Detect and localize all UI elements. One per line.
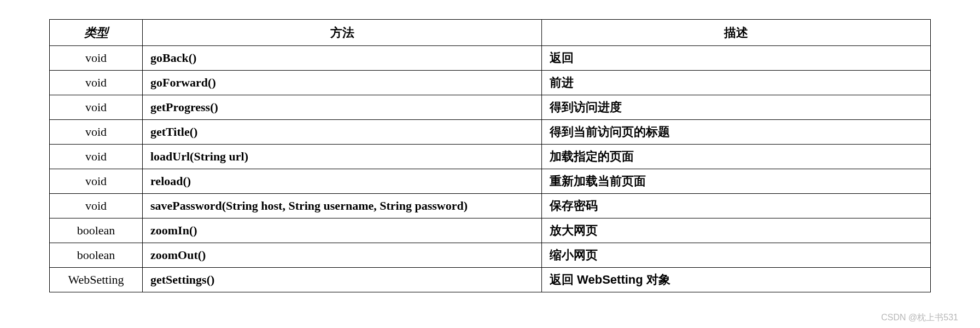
description-cell: 返回 WebSetting 对象 <box>542 268 931 292</box>
header-description: 描述 <box>542 20 931 46</box>
description-cell: 放大网页 <box>542 218 931 243</box>
method-cell: savePassword(String host, String usernam… <box>143 194 542 218</box>
type-cell: void <box>50 194 143 218</box>
table-row: WebSetting getSettings() 返回 WebSetting 对… <box>50 268 931 292</box>
method-cell: getTitle() <box>143 120 542 145</box>
type-cell: void <box>50 46 143 71</box>
description-cell: 返回 <box>542 46 931 71</box>
type-cell: void <box>50 95 143 120</box>
method-reference-table: 类型 方法 描述 void goBack() 返回 void goForward… <box>49 19 931 292</box>
table-row: void goForward() 前进 <box>50 71 931 95</box>
header-type: 类型 <box>50 20 143 46</box>
header-method: 方法 <box>143 20 542 46</box>
description-cell: 得到访问进度 <box>542 95 931 120</box>
table-row: void getTitle() 得到当前访问页的标题 <box>50 120 931 145</box>
method-cell: getProgress() <box>143 95 542 120</box>
description-cell: 重新加载当前页面 <box>542 169 931 194</box>
description-cell: 得到当前访问页的标题 <box>542 120 931 145</box>
method-cell: goForward() <box>143 71 542 95</box>
method-cell: getSettings() <box>143 268 542 292</box>
method-cell: loadUrl(String url) <box>143 145 542 169</box>
description-cell: 保存密码 <box>542 194 931 218</box>
method-cell: zoomOut() <box>143 243 542 268</box>
method-cell: reload() <box>143 169 542 194</box>
type-cell: boolean <box>50 218 143 243</box>
table-row: void reload() 重新加载当前页面 <box>50 169 931 194</box>
type-cell: void <box>50 169 143 194</box>
table-header-row: 类型 方法 描述 <box>50 20 931 46</box>
type-cell: boolean <box>50 243 143 268</box>
description-cell: 加载指定的页面 <box>542 145 931 169</box>
type-cell: void <box>50 120 143 145</box>
watermark-text: CSDN @枕上书531 <box>881 312 958 324</box>
method-cell: zoomIn() <box>143 218 542 243</box>
table-row: void savePassword(String host, String us… <box>50 194 931 218</box>
description-cell: 缩小网页 <box>542 243 931 268</box>
type-cell: WebSetting <box>50 268 143 292</box>
method-cell: goBack() <box>143 46 542 71</box>
type-cell: void <box>50 145 143 169</box>
table-row: void goBack() 返回 <box>50 46 931 71</box>
description-cell: 前进 <box>542 71 931 95</box>
table-row: boolean zoomOut() 缩小网页 <box>50 243 931 268</box>
table-row: void loadUrl(String url) 加载指定的页面 <box>50 145 931 169</box>
table-row: boolean zoomIn() 放大网页 <box>50 218 931 243</box>
table-row: void getProgress() 得到访问进度 <box>50 95 931 120</box>
type-cell: void <box>50 71 143 95</box>
